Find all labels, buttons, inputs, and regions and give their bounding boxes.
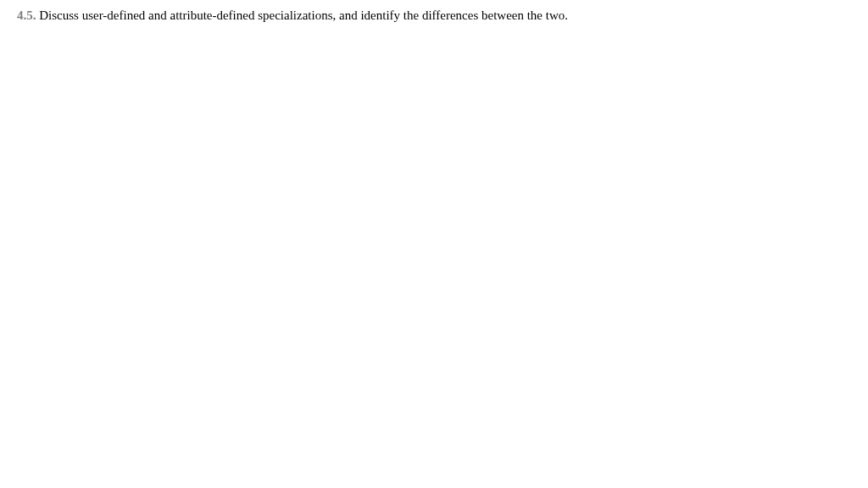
question-text: Discuss user-defined and attribute-defin… <box>39 8 568 22</box>
question-block: 4.5. Discuss user-defined and attribute-… <box>17 7 678 25</box>
question-number: 4.5. <box>17 8 36 22</box>
